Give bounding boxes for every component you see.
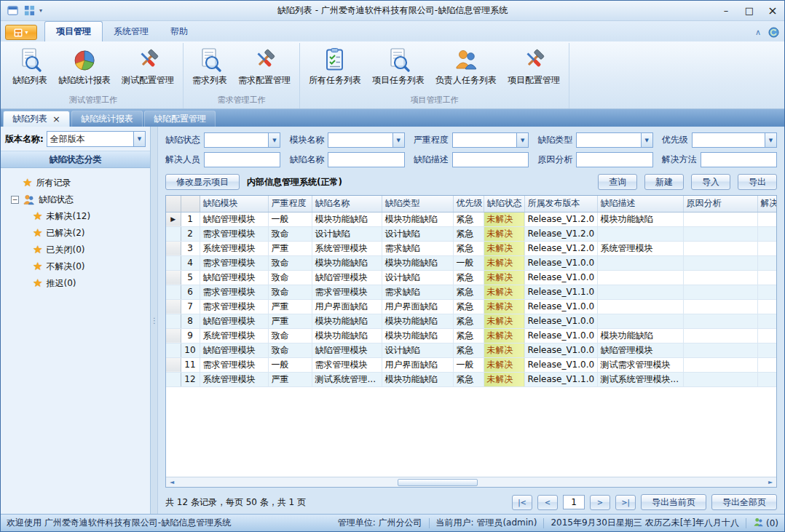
table-row[interactable]: 9系统管理模块致命模块功能缺陷模块功能缺陷紧急未解决Release_V1.0.0… [166,328,776,343]
filter-input[interactable] [452,152,529,167]
filter-dropdown[interactable]: ▼ [204,132,280,148]
document-tab[interactable]: 缺陷统计报表 [71,111,143,127]
filter-input[interactable] [576,152,652,167]
table-row[interactable]: 4需求管理模块致命模块功能缺陷模块功能缺陷一般未解决Release_V1.0.0 [166,255,776,270]
grid-cell: 一般 [268,357,312,372]
ribbon-button[interactable]: 项目任务列表 [367,44,430,88]
tree-item[interactable]: ★已关闭(0) [4,242,147,258]
column-header[interactable]: 缺陷名称 [312,196,382,212]
filter-dropdown[interactable]: ▼ [692,132,777,148]
filter-input[interactable] [328,152,404,167]
horizontal-scrollbar[interactable]: ◄ ► [166,477,776,487]
column-header[interactable]: 严重程度 [268,196,312,212]
table-row[interactable]: 7需求管理模块严重用户界面缺陷用户界面缺陷紧急未解决Release_V1.0.0 [166,299,776,314]
export-all-pages-button[interactable]: 导出全部页 [711,494,777,510]
column-header[interactable]: 优先级 [453,196,484,212]
ribbon-button[interactable]: 需求列表 [187,44,232,88]
filter-input[interactable] [701,152,777,167]
modify-display-columns-button[interactable]: 修改显示项目 [165,174,240,190]
collapse-ribbon-icon[interactable]: ∧ [755,28,761,37]
column-header[interactable]: 缺陷描述 [597,196,683,212]
next-page-button[interactable]: > [590,495,610,510]
ribbon-button[interactable]: 需求配置管理 [233,44,296,88]
chevron-down-icon[interactable]: ▼ [641,133,652,147]
import-button[interactable]: 导入 [691,174,730,190]
tree-item[interactable]: ★已解决(2) [4,225,147,242]
maximize-button[interactable]: □ [738,2,761,20]
column-header[interactable]: 所属发布版本 [524,196,597,212]
application-menu-button[interactable]: ▾ [5,25,37,40]
tree-item[interactable]: ★所有记录 [4,175,147,191]
close-icon[interactable]: × [52,114,60,124]
tree-item[interactable]: −缺陷状态 [4,191,147,208]
first-page-button[interactable]: |< [512,495,532,510]
table-row[interactable]: 11需求管理模块一般需求管理模块用户界面缺陷一般未解决Release_V1.0.… [166,357,776,372]
qat-dropdown-icon[interactable]: ▾ [39,7,42,14]
filter-dropdown[interactable]: ▼ [328,132,404,148]
ribbon-tab[interactable]: 项目管理 [44,21,103,41]
export-current-page-button[interactable]: 导出当前页 [641,494,706,510]
tree-item[interactable]: ★未解决(12) [4,208,147,225]
grid-cell: 设计缺陷 [382,343,453,357]
scroll-left-icon[interactable]: ◄ [166,479,178,485]
chevron-down-icon[interactable]: ▼ [268,133,280,147]
prev-page-button[interactable]: < [537,495,558,510]
version-select[interactable]: 全部版本 ▼ [47,131,146,147]
row-number: 11 [181,357,200,372]
table-row[interactable]: 8缺陷管理模块严重模块功能缺陷模块功能缺陷紧急未解决Release_V1.0.0 [166,314,776,328]
last-page-button[interactable]: >| [615,495,636,510]
ribbon-group-title: 项目管理工作 [304,93,565,108]
table-row[interactable]: 3系统管理模块严重系统管理模块需求缺陷紧急未解决Release_V1.2.0系统… [166,241,776,255]
document-tab[interactable]: 缺陷配置管理 [144,111,216,127]
tree-item[interactable]: ★不解决(0) [4,258,147,275]
row-number: 1 [181,212,200,226]
ribbon-button[interactable]: 所有任务列表 [304,44,366,88]
table-row[interactable]: 2需求管理模块致命设计缺陷设计缺陷紧急未解决Release_V1.2.0 [166,226,776,241]
chevron-down-icon[interactable]: ▼ [392,133,404,147]
filter-dropdown[interactable]: ▼ [576,132,652,148]
online-users-indicator: (0) [753,517,778,530]
scrollbar-thumb[interactable] [398,479,478,486]
ribbon-tab[interactable]: 系统管理 [103,22,159,41]
grid-cell: 严重 [268,299,312,314]
table-row[interactable]: 10缺陷管理模块致命缺陷管理模块设计缺陷紧急未解决Release_V1.0.0缺… [166,343,776,357]
column-header[interactable]: 解决方法 [757,196,776,212]
ribbon-button[interactable]: 缺陷列表 [7,44,52,88]
query-button[interactable]: 查询 [598,174,637,190]
apps-grid-icon[interactable] [23,4,36,17]
column-header[interactable]: 缺陷模块 [200,196,268,212]
table-row[interactable]: 5缺陷管理模块致命缺陷管理模块设计缺陷紧急未解决Release_V1.0.0 [166,270,776,285]
column-header[interactable]: 原因分析 [683,196,757,212]
tree-item[interactable]: ★推迟(0) [4,275,147,292]
minimize-button[interactable]: – [714,2,738,20]
document-tab[interactable]: 缺陷列表× [3,111,70,127]
ribbon-button[interactable]: 缺陷统计报表 [53,44,116,88]
column-header[interactable]: 缺陷状态 [484,196,524,212]
table-row[interactable]: ▶1缺陷管理模块一般模块功能缺陷模块功能缺陷紧急未解决Release_V1.2.… [166,212,776,226]
close-button[interactable]: × [761,2,784,20]
main-panel: 缺陷状态▼模块名称▼严重程度▼缺陷类型▼优先级▼ 解决人员缺陷名称缺陷描述原因分… [158,127,784,514]
ribbon-tab[interactable]: 帮助 [159,22,199,41]
about-icon[interactable] [767,25,780,39]
chevron-down-icon[interactable]: ▼ [516,133,528,147]
new-button[interactable]: 新建 [644,174,684,190]
page-number-input[interactable] [563,495,585,509]
grid-cell [683,372,757,386]
scroll-right-icon[interactable]: ► [765,479,776,485]
column-header[interactable]: 缺陷类型 [382,196,453,212]
ribbon-button[interactable]: 项目配置管理 [502,44,565,88]
table-row[interactable]: 12系统管理模块严重测试系统管理...模块功能缺陷紧急未解决Release_V1… [166,372,776,386]
ribbon-button[interactable]: 负责人任务列表 [430,44,502,88]
app-window-icon[interactable] [6,4,19,17]
export-button[interactable]: 导出 [738,174,777,190]
collapse-icon[interactable]: − [11,196,19,204]
ribbon-button[interactable]: 测试配置管理 [117,44,179,88]
chevron-down-icon[interactable]: ▼ [765,133,776,147]
filter-dropdown[interactable]: ▼ [452,132,529,148]
table-row[interactable]: 6需求管理模块致命需求管理模块需求缺陷紧急未解决Release_V1.1.0 [166,285,776,299]
chevron-down-icon[interactable]: ▼ [133,132,145,146]
splitter-handle[interactable]: ⋮ [151,127,158,514]
version-label: 版本名称: [5,133,44,146]
filter-input[interactable] [204,152,280,167]
grid-cell [683,357,757,372]
